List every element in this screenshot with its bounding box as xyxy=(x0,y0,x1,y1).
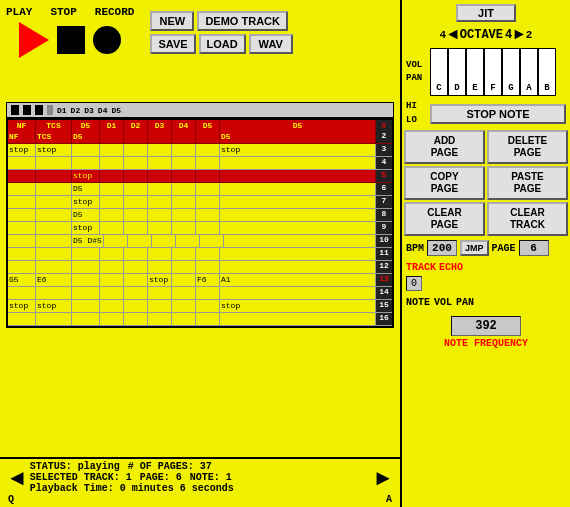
table-row[interactable]: NF TCS D5 D5 2 xyxy=(8,131,392,144)
key-f[interactable]: F xyxy=(484,48,502,96)
scroll-d3: D3 xyxy=(84,106,94,115)
seq-header-d3: D3 xyxy=(148,120,172,131)
table-row[interactable]: D5 D#5 10 xyxy=(8,235,392,248)
note-status: NOTE: 1 xyxy=(190,472,232,483)
add-page-button[interactable]: ADDPAGE xyxy=(404,130,485,164)
scroll-d2: D2 xyxy=(71,106,81,115)
key-d[interactable]: D xyxy=(448,48,466,96)
seq-header-d5-2: D5 xyxy=(196,120,220,131)
seq-row-num-header: # xyxy=(376,120,392,131)
nav-right-button[interactable]: ► xyxy=(370,467,396,489)
seq-header-d4: D4 xyxy=(172,120,196,131)
record-button[interactable] xyxy=(93,26,121,54)
copy-page-button[interactable]: COPYPAGE xyxy=(404,166,485,200)
note-label-bottom: NOTE xyxy=(406,297,430,308)
load-button[interactable]: LOAD xyxy=(199,34,246,54)
table-row[interactable]: 14 xyxy=(8,287,392,300)
pan-label: PAN xyxy=(406,72,428,86)
table-row[interactable]: D5 8 xyxy=(8,209,392,222)
bpm-value: 200 xyxy=(427,240,457,256)
key-c[interactable]: C xyxy=(430,48,448,96)
table-row[interactable]: stop 9 xyxy=(8,222,392,235)
page-value: 6 xyxy=(519,240,549,256)
frequency-display: 392 xyxy=(451,316,521,336)
echo-value: 0 xyxy=(406,276,422,291)
page-label: PAGE xyxy=(492,243,516,254)
seq-header-d2: D2 xyxy=(124,120,148,131)
key-e[interactable]: E xyxy=(466,48,484,96)
delete-page-button[interactable]: DELETEPAGE xyxy=(487,130,568,164)
seq-header-d5-1: D5 xyxy=(72,120,100,131)
playback-time: Playback Time: 0 minutes 6 seconds xyxy=(30,483,234,494)
nav-a-label: A xyxy=(386,494,392,505)
scroll-d4: D4 xyxy=(98,106,108,115)
table-row[interactable]: 16 xyxy=(8,313,392,326)
demo-track-button[interactable]: DEMO TRACK xyxy=(197,11,288,31)
record-label: RECORD xyxy=(95,6,135,18)
clear-track-button[interactable]: CLEARTRACK xyxy=(487,202,568,236)
key-a[interactable]: A xyxy=(520,48,538,96)
table-row[interactable]: 12 xyxy=(8,261,392,274)
octave-label: OCTAVE xyxy=(460,28,503,42)
track-label: TRACK xyxy=(406,262,436,273)
octave-value: 4 xyxy=(505,28,512,42)
paste-page-button[interactable]: PASTEPAGE xyxy=(487,166,568,200)
key-g[interactable]: G xyxy=(502,48,520,96)
table-row[interactable]: stop 7 xyxy=(8,196,392,209)
play-label: PLAY xyxy=(6,6,32,18)
seq-header-nf: NF xyxy=(8,120,36,131)
scroll-d1: D1 xyxy=(57,106,67,115)
lo-label: LO xyxy=(406,114,428,128)
new-button[interactable]: NEW xyxy=(150,11,194,31)
octave-number-right: 2 xyxy=(526,29,533,41)
seq-header-d5-3: D5 xyxy=(220,120,376,131)
seq-header-d1: D1 xyxy=(100,120,124,131)
octave-right-arrow[interactable]: ► xyxy=(514,26,524,44)
echo-label: ECHO xyxy=(439,262,463,273)
wav-button[interactable]: WAV xyxy=(249,34,293,54)
jit-button[interactable]: JIT xyxy=(456,4,516,22)
table-row[interactable]: stop 5 xyxy=(8,170,392,183)
page-status: PAGE: 6 xyxy=(140,472,182,483)
stop-note-button[interactable]: STOP NOTE xyxy=(430,104,566,124)
nav-left-button[interactable]: ◄ xyxy=(4,467,30,489)
status-text: STATUS: playing xyxy=(30,461,120,472)
nav-q-label: Q xyxy=(8,494,14,505)
pages-count: # OF PAGES: 37 xyxy=(128,461,212,472)
play-button[interactable] xyxy=(19,22,49,58)
vol-label: VOL xyxy=(406,59,428,73)
octave-left-arrow[interactable]: ◄ xyxy=(448,26,458,44)
save-button[interactable]: SAVE xyxy=(150,34,195,54)
selected-track: SELECTED TRACK: 1 xyxy=(30,472,132,483)
table-row[interactable]: 11 xyxy=(8,248,392,261)
clear-page-button[interactable]: CLEARPAGE xyxy=(404,202,485,236)
table-row[interactable]: stop stop stop 3 xyxy=(8,144,392,157)
vol-short-label: VOL xyxy=(434,297,452,308)
key-b[interactable]: B xyxy=(538,48,556,96)
table-row[interactable]: G5 E6 stop F6 A1 13 xyxy=(8,274,392,287)
table-row[interactable]: D5 6 xyxy=(8,183,392,196)
hi-label: HI xyxy=(406,100,428,114)
pan-short-label: PAN xyxy=(456,297,474,308)
note-frequency-label: NOTE FREQUENCY xyxy=(406,338,566,349)
seq-header-tcs: TCS xyxy=(36,120,72,131)
stop-button[interactable] xyxy=(57,26,85,54)
table-row[interactable]: 4 xyxy=(8,157,392,170)
table-row[interactable]: stop stop stop 15 xyxy=(8,300,392,313)
bpm-label: BPM xyxy=(406,243,424,254)
octave-number-left: 4 xyxy=(440,29,447,41)
stop-label: STOP xyxy=(50,6,76,18)
jmp-button[interactable]: JMP xyxy=(460,240,489,256)
scroll-d5: D5 xyxy=(111,106,121,115)
